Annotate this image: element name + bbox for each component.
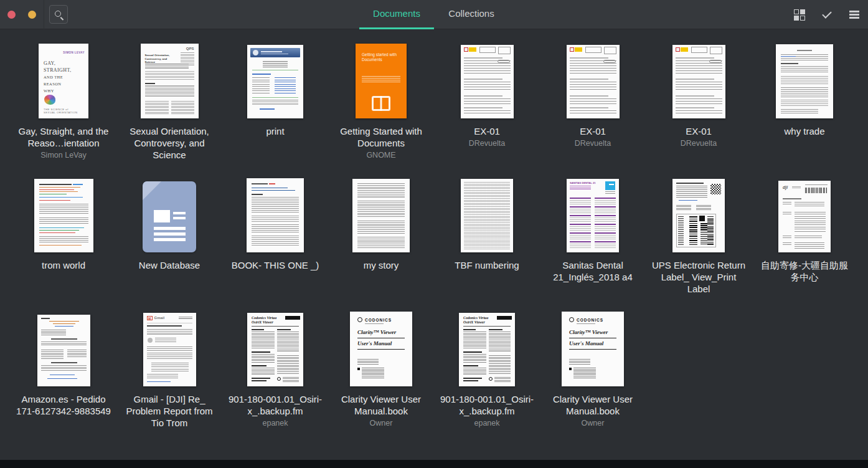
paper-title: Sexual Orientation, Controversy, and Sci… (145, 54, 174, 64)
gmail-print-thumb: M Gmail (143, 313, 196, 386)
header-actions (791, 0, 863, 29)
document-title: trom world (16, 259, 111, 271)
document-author: DRevuelta (439, 138, 535, 148)
document-thumbnail (37, 312, 90, 386)
dental-pricelist-thumb: SANITAS DENTAL 21 (567, 179, 619, 252)
document-item[interactable]: CODONICS Clarity™ Viewer User's Manual C… (328, 312, 434, 446)
document-author: Owner (545, 418, 641, 428)
document-title: Getting Started with Documents (333, 125, 429, 149)
document-item[interactable]: UPS Electronic Return Label_ View_Print … (646, 178, 752, 312)
bottom-strip (0, 460, 868, 468)
document-thumbnail: SANITAS DENTAL 21 (567, 178, 619, 252)
getting-started-cover: Getting started with Documents (356, 44, 407, 118)
document-item[interactable]: EX-01 DRevuelta (540, 44, 646, 178)
document-item[interactable]: print (222, 44, 328, 178)
minimize-button[interactable] (28, 11, 36, 19)
document-thumbnail: M Gmail (143, 312, 196, 386)
document-title: EX-01 (545, 125, 641, 137)
document-label: EX-01 DRevuelta (545, 125, 641, 148)
document-item[interactable]: TBF numbering (434, 178, 540, 312)
pricelist-title: SANITAS DENTAL 21 (570, 181, 596, 184)
document-item[interactable]: EX-01 DRevuelta (434, 44, 540, 178)
dji-logo: dji (783, 185, 788, 189)
document-item[interactable]: Codonics VirtuaOsiriX Viewer 901-180-001… (222, 312, 328, 446)
codonics-logo-text: CODONICS (365, 318, 392, 322)
document-item[interactable]: my story (328, 178, 434, 312)
document-thumbnail (672, 44, 725, 118)
document-thumbnail (776, 44, 833, 118)
tab-collections[interactable]: Collections (434, 0, 509, 29)
document-label: 901-180-001.01_Osiri-x_.backup.fm epanek (227, 393, 323, 428)
document-item[interactable]: dji 自助寄修-大疆自助服务中心 (752, 178, 857, 312)
document-title: Sexual Orientation, Controversy, and Sci… (121, 125, 217, 161)
document-item[interactable]: CODONICS Clarity™ Viewer User's Manual C… (540, 312, 646, 446)
document-label: Gay, Straight, and the Reaso…ientation S… (16, 125, 111, 160)
document-item[interactable]: Amazon.es - Pedido 171-6127342-9883549 (11, 312, 116, 446)
document-thumbnail (143, 178, 196, 252)
close-button[interactable] (7, 11, 16, 19)
view-tabs: Documents Collections (359, 0, 509, 29)
document-label: print (227, 125, 323, 137)
document-title: Gay, Straight, and the Reaso…ientation (16, 125, 111, 149)
document-title: Amazon.es - Pedido 171-6127342-9883549 (16, 393, 111, 417)
document-thumbnail: Getting started with Documents (356, 44, 407, 118)
document-author: GNOME (333, 150, 429, 160)
document-item[interactable]: Codonics VirtuaOsiriX Viewer 901-180-001… (434, 312, 540, 446)
tab-documents[interactable]: Documents (359, 0, 434, 29)
document-item[interactable]: SANITAS DENTAL 21 Sanitas Dental 21_Ingl… (540, 178, 646, 312)
document-item[interactable]: Getting started with Documents Getting S… (328, 44, 434, 178)
document-label: my story (333, 259, 429, 271)
menu-button[interactable] (846, 2, 863, 27)
tech-brief-thumb: Codonics VirtuaOsiriX Viewer (459, 313, 515, 386)
grid-view-button[interactable] (791, 2, 808, 27)
document-label: New Database (121, 259, 217, 271)
manual-title-line2: User's Manual (357, 340, 405, 350)
content-area: SIMON LEVAY GAY,STRAIGHT, AND THE REASON… (0, 29, 868, 460)
gmail-logo-text: Gmail (154, 316, 165, 320)
document-thumbnail: CODONICS Clarity™ Viewer User's Manual (562, 312, 624, 386)
search-button[interactable] (49, 5, 68, 24)
document-thumbnail (567, 44, 620, 118)
selection-mode-button[interactable] (818, 2, 836, 27)
document-item[interactable]: trom world (11, 178, 116, 312)
codonics-logo-icon (357, 317, 362, 322)
header-bar: Documents Collections (0, 0, 868, 29)
text-page-thumb (776, 44, 833, 118)
document-item[interactable]: why trade (752, 44, 857, 178)
document-label: Sexual Orientation, Controversy, and Sci… (121, 125, 217, 161)
document-title: my story (333, 259, 429, 271)
document-label: why trade (757, 125, 852, 137)
header-divider (44, 0, 44, 29)
brain-image (44, 95, 55, 105)
document-title: 901-180-001.01_Osiri-x_.backup.fm (227, 393, 323, 417)
document-item[interactable]: BOOK- THIS ONE _) (222, 178, 328, 312)
document-thumbnail: dji (778, 178, 831, 252)
document-thumbnail: Codonics VirtuaOsiriX Viewer (247, 312, 303, 386)
document-item[interactable]: EX-01 DRevuelta (646, 44, 752, 178)
open-book-icon (372, 96, 390, 111)
document-label: EX-01 DRevuelta (439, 125, 535, 148)
document-item[interactable]: SIMON LEVAY GAY,STRAIGHT, AND THE REASON… (11, 44, 116, 178)
documents-grid: SIMON LEVAY GAY,STRAIGHT, AND THE REASON… (0, 29, 868, 446)
document-item[interactable]: QPS Sexual Orientation, Controversy, and… (116, 44, 222, 178)
gmail-m-icon: M (147, 316, 153, 320)
document-title: EX-01 (651, 125, 747, 137)
cover-heading: Getting started with Documents (362, 52, 398, 62)
window-controls (0, 0, 44, 29)
document-label: Amazon.es - Pedido 171-6127342-9883549 (16, 393, 111, 417)
barcode (805, 188, 828, 193)
document-label: 901-180-001.01_Osiri-x_.backup.fm epanek (439, 393, 535, 428)
document-thumbnail: CODONICS Clarity™ Viewer User's Manual (350, 312, 412, 386)
document-label: Getting Started with Documents GNOME (333, 125, 429, 160)
document-item[interactable]: M Gmail Gmail - [DJI] Re_ Problem Report… (116, 312, 222, 446)
tech-brief-thumb: Codonics VirtuaOsiriX Viewer (247, 313, 303, 386)
document-item[interactable]: New Database (116, 178, 222, 312)
book-cover-thumb: SIMON LEVAY GAY,STRAIGHT, AND THE REASON… (39, 44, 88, 118)
document-title: BOOK- THIS ONE _) (227, 259, 323, 271)
document-author: Owner (333, 418, 429, 428)
document-label: TBF numbering (439, 259, 535, 271)
document-label: Gmail - [DJI] Re_ Problem Report from Ti… (121, 393, 217, 429)
document-label: 自助寄修-大疆自助服务中心 (757, 259, 852, 283)
document-label: Clarity Viewer User Manual.book Owner (545, 393, 641, 428)
dense-text-thumb (352, 179, 410, 252)
